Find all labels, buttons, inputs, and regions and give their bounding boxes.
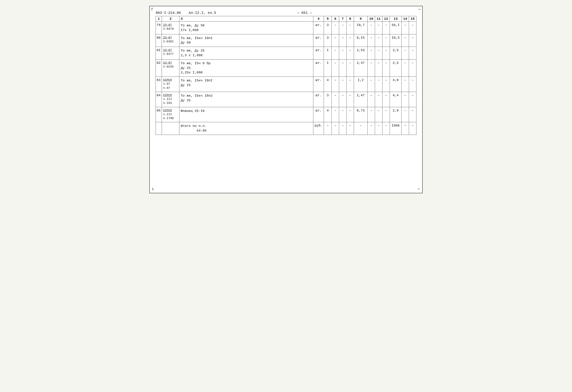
row-desc: Фланец 25-I6 bbox=[179, 107, 313, 122]
row-unit: шт. bbox=[313, 47, 324, 60]
row-desc: То же, I5кч I9пI Ду 50 bbox=[179, 34, 313, 47]
col-header-13: 13 bbox=[390, 16, 402, 22]
table-row: 80 23-07 I-038I То же, I5кч I9пI Ду 50 ш… bbox=[156, 34, 416, 47]
table-row: 8I 23-07 I-0377 То же, Ду 25 2,3 x I,098… bbox=[156, 47, 416, 60]
col-header-12: 12 bbox=[382, 16, 390, 22]
row-ref: 23-07 I-038I bbox=[162, 34, 179, 47]
col-header-4: 4 bbox=[313, 16, 324, 22]
row-ref: 23-07 I-0235 bbox=[162, 59, 179, 77]
col-header-1: 1 bbox=[156, 16, 162, 22]
row-qty: 3 bbox=[324, 22, 332, 34]
table-row: 79 23-07 I-0479 То же, Ду 50 I7x I,098 ш… bbox=[156, 22, 416, 34]
row-number: 80 bbox=[156, 34, 162, 47]
col-header-2: 2 bbox=[162, 16, 179, 22]
col-header-6: 6 bbox=[332, 16, 339, 22]
col-header-5: 5 bbox=[324, 16, 332, 22]
row-desc: То же, Ду 25 2,3 x I,098 bbox=[179, 47, 313, 60]
row-unit: шт. bbox=[313, 107, 324, 122]
row-number: 84 bbox=[156, 92, 162, 107]
row-desc: То же, I5ч 9 бр Ду 25 2,25x I,098 bbox=[179, 59, 313, 77]
row-number: 8I bbox=[156, 47, 162, 60]
doc-ref: Ал.I2.I, кн.5 bbox=[189, 11, 216, 15]
col-header-9: 9 bbox=[354, 16, 368, 22]
col-header-11: 11 bbox=[375, 16, 382, 22]
row-ref: ССРСП ч.III п.I03 bbox=[162, 92, 179, 107]
row-ref: ССРСП ч.97 п.97 bbox=[162, 77, 179, 92]
main-table: 1 2 3 4 5 6 7 8 9 10 11 12 13 14 15 79 bbox=[156, 16, 416, 135]
col-header-8: 8 bbox=[347, 16, 354, 22]
col-header-14: 14 bbox=[402, 16, 409, 22]
col-header-10: 10 bbox=[368, 16, 375, 22]
table-row: 83 ССРСП ч.97 п.97 То же, I5кч I8пI Ду I… bbox=[156, 77, 416, 92]
table-row: 85 ССРСП ч.III п.I790 Фланец 25-I6 шт. 4… bbox=[156, 107, 416, 122]
row-number: 83 bbox=[156, 77, 162, 92]
col-header-7: 7 bbox=[339, 16, 347, 22]
document-page: Г ⌐ 903-I-224.86 Ал.I2.I, кн.5 — 651 — 1… bbox=[149, 6, 423, 193]
table-row: 84 ССРСП ч.III п.I03 То же, I5кч I8п2 Ду… bbox=[156, 92, 416, 107]
row-unit: шт. bbox=[313, 59, 324, 77]
row-ref: ССРСП ч.III п.I790 bbox=[162, 107, 179, 122]
row-ref: 23-07 I-0479 bbox=[162, 22, 179, 34]
row-ref: 23-07 I-0377 bbox=[162, 47, 179, 60]
page-number: — 651 — bbox=[297, 11, 312, 15]
col-header-3: 3 bbox=[179, 16, 313, 22]
row-unit-total: руб. bbox=[313, 122, 324, 135]
row-desc-total: Итого по п.п. 54-85 bbox=[179, 122, 313, 135]
doc-id: 903-I-224.86 bbox=[156, 11, 181, 15]
row-unit: шт. bbox=[313, 22, 324, 34]
col-header-15: 15 bbox=[409, 16, 416, 22]
row-desc: То же, Ду 50 I7x I,098 bbox=[179, 22, 313, 34]
row-number: 85 bbox=[156, 107, 162, 122]
row-unit: шт. bbox=[313, 77, 324, 92]
row-desc: То же, I5кч I8пI Ду I5 bbox=[179, 77, 313, 92]
row-unit: шт. bbox=[313, 92, 324, 107]
table-row-total: Итого по п.п. 54-85 руб. – – – – – – – –… bbox=[156, 122, 416, 135]
corner-mark-br: ⌐ bbox=[418, 187, 420, 191]
row-number: 79 bbox=[156, 22, 162, 34]
row-desc: То же, I5кч I8п2 Ду 25 bbox=[179, 92, 313, 107]
corner-mark-bl: L bbox=[152, 187, 154, 191]
row-unit: шт. bbox=[313, 34, 324, 47]
row-number: 82 bbox=[156, 59, 162, 77]
corner-mark-tr: ⌐ bbox=[419, 7, 421, 11]
table-row: 82 23-07 I-0235 То же, I5ч 9 бр Ду 25 2,… bbox=[156, 59, 416, 77]
corner-mark-tl: Г bbox=[151, 7, 153, 11]
